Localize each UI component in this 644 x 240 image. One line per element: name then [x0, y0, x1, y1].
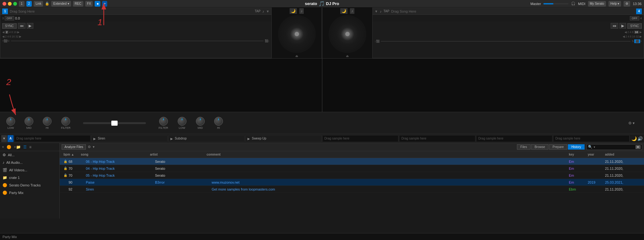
- deck-1-sync-button[interactable]: SYNC: [2, 23, 17, 29]
- volume-button[interactable]: 🔊: [637, 136, 643, 141]
- eject-btn-right[interactable]: ⏏: [346, 54, 349, 58]
- tab-browse[interactable]: Browse: [531, 144, 548, 150]
- table-row[interactable]: 🔒 68 06 - Hip Hop Track Serato Em 21.11.…: [60, 158, 644, 165]
- deck-2-options-icon[interactable]: ▼: [375, 9, 378, 13]
- internal-mode-btn-right[interactable]: ♪: [350, 8, 354, 14]
- sidebar-item-serato-demo[interactable]: 🟠 Serato Demo Tracks: [0, 181, 59, 189]
- waveform-overview-right[interactable]: [322, 59, 644, 112]
- table-row[interactable]: 90 Paise B3rror www.muzonov.net Em 2019 …: [60, 179, 644, 186]
- add-folder-button[interactable]: +📁: [13, 144, 21, 150]
- rec-button[interactable]: REC: [73, 1, 83, 7]
- deck-1-bottom: + ⬛ ↻ ⬛ ↕: [0, 39, 271, 43]
- deck-1-off-btn[interactable]: OFF: [5, 16, 14, 20]
- fx-button[interactable]: FX: [85, 1, 93, 7]
- settings-gear-button[interactable]: ⚙: [624, 1, 630, 7]
- sample-slot-2[interactable]: ▶ Siren: [91, 135, 168, 142]
- knob-hi-right-ctrl[interactable]: [214, 117, 223, 126]
- eject-btn-left[interactable]: ⏏: [295, 54, 298, 58]
- maximize-btn[interactable]: [13, 2, 17, 6]
- sample-slot-1-label: Drag sample here: [16, 137, 41, 140]
- sample-slot-3[interactable]: ▶ Subdrop: [168, 135, 245, 142]
- moon-button-1[interactable]: 🌙: [631, 136, 637, 141]
- deck-1-cue-btn[interactable]: ⬛: [4, 39, 7, 43]
- table-row[interactable]: 🔒 70 05 - Hip Hop Track Serato Em 21.11.…: [60, 172, 644, 179]
- knob-hi-left-ctrl[interactable]: [43, 117, 52, 126]
- options-icon[interactable]: ▼: [266, 9, 269, 13]
- crossfader-track[interactable]: [83, 122, 146, 124]
- sidebar-toolbar: + 🟠 +📁 ☰ ≡: [0, 143, 59, 151]
- vinyl-mode-btn-right[interactable]: 🌙: [340, 8, 347, 14]
- deck-1-prev-button[interactable]: ⏮: [18, 23, 25, 29]
- list-view-button[interactable]: ≡: [29, 144, 32, 150]
- deck-1-play-button[interactable]: ▶: [27, 23, 33, 29]
- extended-button[interactable]: Extended ▾: [51, 1, 71, 7]
- tab-files[interactable]: Files: [517, 144, 530, 150]
- window-btn-1[interactable]: 1: [19, 1, 25, 7]
- window-btn-2[interactable]: 2: [26, 1, 32, 7]
- sidebar-item-audio[interactable]: ♪ All Audio...: [0, 159, 59, 166]
- sample-slot-6[interactable]: Drag sample here: [399, 135, 475, 142]
- sample-slot-8[interactable]: Drag sample here: [553, 135, 630, 142]
- tab-history[interactable]: History: [568, 144, 585, 150]
- deck-2-prev-button[interactable]: ⏮: [611, 23, 618, 29]
- sidebar-item-all[interactable]: ⚙ All...: [0, 151, 59, 159]
- help-button[interactable]: Help ▾: [608, 1, 621, 7]
- deck-2-tap[interactable]: TAP: [383, 9, 389, 13]
- tab-prepare[interactable]: Prepare: [549, 144, 567, 150]
- headphone-icon[interactable]: 🎧: [571, 2, 575, 6]
- vinyl-platter-left[interactable]: [278, 15, 316, 53]
- sample-slot-1[interactable]: Drag sample here: [14, 135, 91, 142]
- sample-a-button[interactable]: A: [8, 135, 14, 142]
- sample-slot-4[interactable]: ▶ Sweep Up: [245, 135, 322, 142]
- main-browser: Analyze Files ⚙ ▾ Files Browse Prepare H…: [60, 143, 644, 219]
- minimize-btn[interactable]: [8, 2, 12, 6]
- sample-slot-5-label: Drag sample here: [325, 137, 349, 140]
- search-clear-button[interactable]: ✕: [636, 145, 641, 149]
- th-year[interactable]: year: [586, 153, 604, 156]
- analyze-files-button[interactable]: Analyze Files: [62, 144, 86, 150]
- deck-2-cue-btn[interactable]: ⬛: [634, 39, 640, 43]
- analyze-settings-button[interactable]: ⚙: [88, 145, 91, 149]
- my-serato-button[interactable]: My Serato: [588, 1, 606, 7]
- knob-low-left-ctrl[interactable]: [6, 117, 15, 126]
- th-added[interactable]: added: [604, 153, 641, 156]
- waveform-overview-left[interactable]: [0, 59, 322, 112]
- close-btn[interactable]: [3, 2, 6, 6]
- mixer-settings-button[interactable]: ⚙ ▾: [628, 121, 635, 125]
- search-input[interactable]: [597, 145, 634, 149]
- deck-1-tap[interactable]: TAP: [255, 9, 261, 13]
- sample-slot-7[interactable]: Drag sample here: [476, 135, 552, 142]
- table-row[interactable]: 92 Siren Get more samples from loopmaste…: [60, 186, 644, 193]
- deck-2-play-button[interactable]: ▶: [619, 23, 626, 29]
- search-dropdown[interactable]: ▾: [594, 146, 595, 149]
- link-button[interactable]: Link: [34, 1, 43, 7]
- th-bpm[interactable]: bpm ▲: [62, 153, 80, 156]
- internal-mode-btn-left[interactable]: ♪: [299, 8, 304, 14]
- knob-low-right-ctrl[interactable]: [178, 117, 186, 126]
- knob-filter-left-ctrl[interactable]: [61, 117, 70, 126]
- grid-view-button[interactable]: ☰: [23, 144, 27, 150]
- vinyl-platter-right[interactable]: [329, 15, 366, 53]
- knob-mid-right-ctrl[interactable]: [196, 117, 205, 126]
- th-artist[interactable]: artist: [149, 153, 205, 156]
- crossfader-thumb[interactable]: [111, 121, 118, 126]
- sidebar-item-video[interactable]: 🎬 All Videos...: [0, 166, 59, 174]
- deck-2-sync-button[interactable]: SYNC: [627, 23, 642, 29]
- add-button[interactable]: +: [102, 1, 107, 7]
- rec2-button[interactable]: ■: [95, 1, 100, 7]
- knob-filter-right-ctrl[interactable]: [159, 117, 168, 126]
- analyze-dropdown-button[interactable]: ▾: [93, 145, 95, 149]
- deck-2-off-btn[interactable]: OFF: [630, 16, 639, 20]
- sidebar-item-crate1[interactable]: 📁 crate 1: [0, 174, 59, 181]
- th-song[interactable]: song: [80, 153, 149, 156]
- th-comment[interactable]: comment: [205, 153, 568, 156]
- sample-dropdown-arrow[interactable]: ▼: [1, 135, 7, 142]
- knob-mid-left-ctrl[interactable]: [25, 117, 33, 126]
- sample-slot-5[interactable]: Drag sample here: [322, 135, 399, 142]
- table-row[interactable]: 🔒 70 04 - Hip Hop Track Serato Em 21.11.…: [60, 165, 644, 172]
- orange-icon-button[interactable]: 🟠: [6, 144, 12, 150]
- sidebar-item-party-mix[interactable]: 🟠 Party Mix: [0, 189, 59, 197]
- vinyl-mode-btn-left[interactable]: 🌙: [290, 8, 297, 14]
- add-crate-button[interactable]: +: [1, 144, 5, 150]
- th-key[interactable]: key: [568, 153, 586, 156]
